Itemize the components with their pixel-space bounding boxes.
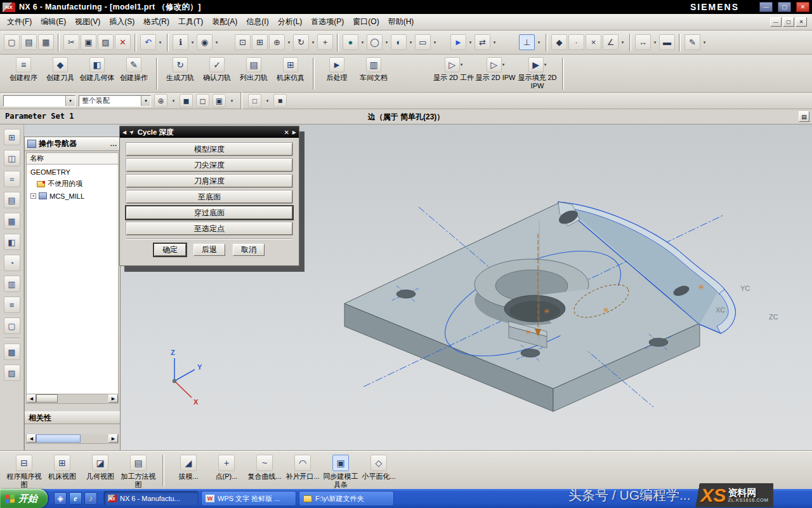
show-2d-ipw-dropdown[interactable]: ▾	[502, 62, 505, 67]
select-body-icon[interactable]: ▣	[213, 94, 226, 107]
move-object-dropdown[interactable]: ▾	[468, 40, 473, 45]
maximize-button[interactable]: ▢	[778, 2, 791, 12]
zoom-icon[interactable]: ⊕	[269, 34, 285, 50]
background-dropdown[interactable]: ▾	[432, 40, 438, 45]
reuse-library-icon[interactable]: ◧	[4, 234, 20, 250]
composite-curve-button[interactable]: ~ 复合曲线...	[246, 455, 284, 481]
option-tool-shoulder-depth[interactable]: 刀肩深度	[126, 175, 292, 187]
task-wps[interactable]: W WPS 文字 抢鲜版 ...	[201, 491, 296, 506]
information-icon[interactable]: ℹ	[173, 34, 188, 50]
show-2d-workpiece-dropdown[interactable]: ▾	[461, 62, 463, 67]
process-studio-icon[interactable]: ▥	[4, 276, 20, 292]
assembly-navigator-icon[interactable]: ⊞	[4, 129, 20, 145]
marquee-select-icon[interactable]: □	[248, 94, 261, 107]
create-geometry-button[interactable]: ◧ 创建几何体	[79, 57, 115, 82]
show-2d-ipw-button[interactable]: ▷ ▾ 显示 2D IPW	[475, 57, 516, 82]
select-solid-icon[interactable]: ◼	[180, 94, 193, 107]
visualization-icon[interactable]: ◉	[197, 34, 213, 50]
operation-navigator-icon[interactable]: ▤	[4, 192, 20, 208]
view-background-icon[interactable]: ▭	[415, 34, 431, 50]
tree-row-mcs-mill[interactable]: + MCS_MILL	[27, 190, 118, 202]
undo-icon[interactable]: ↶	[140, 34, 156, 50]
shaded-dropdown[interactable]: ▾	[360, 40, 365, 45]
dialog-forward-icon[interactable]: ▶	[292, 130, 296, 135]
snap-toggle-icon[interactable]: ⊕	[154, 94, 167, 107]
information-dropdown[interactable]: ▾	[190, 40, 195, 45]
menu-window[interactable]: 窗口(O)	[348, 14, 383, 30]
angle-snap-icon[interactable]: ∠	[603, 34, 619, 50]
selection-scope-combo[interactable]: 整个装配 ▾	[79, 95, 151, 107]
option-tool-tip-depth[interactable]: 刀尖深度	[126, 159, 292, 171]
menu-view[interactable]: 视图(V)	[70, 14, 105, 30]
cut-icon[interactable]: ✂	[63, 34, 79, 50]
copy-icon[interactable]: ▣	[81, 34, 96, 50]
ok-button[interactable]: 确定	[154, 244, 186, 256]
scroll-right-icon[interactable]: ▶	[108, 394, 118, 403]
patch-opening-button[interactable]: ◠ 补片开口...	[284, 455, 322, 481]
snap-point-icon[interactable]: ◆	[551, 34, 567, 50]
list-toolpath-button[interactable]: ▤ 列出刀轨	[235, 57, 272, 82]
machining-method-view-button[interactable]: ▤ 加工方法视图	[119, 455, 157, 488]
orient-view-icon[interactable]: ⊥	[519, 34, 535, 50]
option-through-bottom-surface[interactable]: 穿过底面	[126, 206, 292, 219]
synchronous-modeling-button[interactable]: ▣ 同步建模工具条	[322, 455, 360, 488]
system-materials-icon[interactable]: ▢	[4, 318, 20, 334]
child-close-button[interactable]: ✕	[796, 17, 807, 27]
new-file-icon[interactable]: ▢	[4, 34, 20, 50]
draft-button[interactable]: ◢ 拔模...	[169, 455, 207, 481]
render-style-icon[interactable]: ◐	[391, 34, 407, 50]
selection-scope-dropdown[interactable]: ▾	[141, 96, 150, 106]
zoom-dropdown[interactable]: ▾	[286, 40, 292, 45]
render-style-dropdown[interactable]: ▾	[408, 40, 414, 45]
scroll-right-icon[interactable]: ▶	[108, 434, 118, 443]
pattern-icon[interactable]: ⇄	[475, 34, 490, 50]
start-button[interactable]: 开始	[0, 489, 48, 508]
task-nx[interactable]: NX NX 6 - Manufactu...	[103, 491, 199, 506]
quick-launch-player-icon[interactable]: ♪	[84, 492, 97, 505]
end-point-snap-icon[interactable]: ∙	[568, 34, 584, 50]
facet-body-button[interactable]: ◇ 小平面化...	[360, 455, 398, 481]
child-minimize-button[interactable]: —	[770, 17, 782, 27]
internet-explorer-icon[interactable]: e	[69, 492, 82, 505]
option-model-depth[interactable]: 模型深度	[126, 143, 292, 156]
snap-dropdown[interactable]: ▾	[620, 40, 625, 45]
undo-dropdown[interactable]: ▾	[157, 40, 163, 45]
shaded-view-icon[interactable]: ●	[343, 34, 358, 50]
wireframe-view-icon[interactable]: ◯	[367, 34, 383, 50]
child-restore-button[interactable]: ▢	[783, 17, 794, 27]
pan-icon[interactable]: +	[317, 34, 333, 50]
select-body-dropdown[interactable]: ▾	[229, 98, 235, 104]
back-button[interactable]: 后退	[193, 244, 225, 256]
minimize-button[interactable]: —	[759, 2, 773, 12]
program-order-view-button[interactable]: ⊟ 程序顺序视图	[5, 455, 43, 488]
menu-information[interactable]: 信息(I)	[242, 14, 273, 30]
rotate-view-icon[interactable]: ↻	[293, 34, 309, 50]
navigator-column-header[interactable]: 名称	[26, 152, 119, 164]
history-palette-icon[interactable]: ◔	[4, 255, 20, 271]
quick-launch-media-icon[interactable]: ◈	[54, 492, 67, 505]
expand-icon[interactable]: +	[30, 193, 36, 199]
create-operation-button[interactable]: ✎ 创建操作	[115, 57, 152, 82]
scroll-thumb[interactable]	[36, 394, 58, 403]
menu-analysis[interactable]: 分析(L)	[273, 14, 307, 30]
menu-tools[interactable]: 工具(T)	[174, 14, 207, 30]
generate-toolpath-button[interactable]: ↻ 生成刀轨	[162, 57, 199, 82]
intersection-snap-icon[interactable]: ×	[586, 34, 601, 50]
cancel-button[interactable]: 取消	[233, 244, 265, 256]
create-tool-button[interactable]: ◆ 创建刀具	[42, 57, 79, 82]
zoom-window-icon[interactable]: ⊞	[252, 34, 268, 50]
show-filled-2d-ipw-dropdown[interactable]: ▾	[544, 62, 547, 67]
open-icon[interactable]: ▤	[21, 34, 37, 50]
wireframe-dropdown[interactable]: ▾	[384, 40, 390, 45]
select-face-icon[interactable]: ◻	[196, 94, 209, 107]
dialog-close-icon[interactable]: ✕	[284, 129, 289, 136]
option-to-selected-point[interactable]: 至选定点	[126, 222, 292, 235]
scroll-thumb[interactable]	[36, 434, 81, 443]
point-button[interactable]: + 点(P)...	[207, 455, 246, 481]
scroll-left-icon[interactable]: ◀	[27, 394, 36, 403]
annotation-dropdown[interactable]: ▾	[702, 40, 707, 45]
machine-tool-view-button[interactable]: ⊞ 机床视图	[43, 455, 81, 481]
show-filled-2d-ipw-button[interactable]: ▶ ▾ 显示填充 2D IPW	[516, 57, 558, 90]
shop-documentation-button[interactable]: ▥ 车间文档	[355, 57, 392, 82]
internet-explorer-palette-icon[interactable]: ▩	[4, 344, 20, 360]
